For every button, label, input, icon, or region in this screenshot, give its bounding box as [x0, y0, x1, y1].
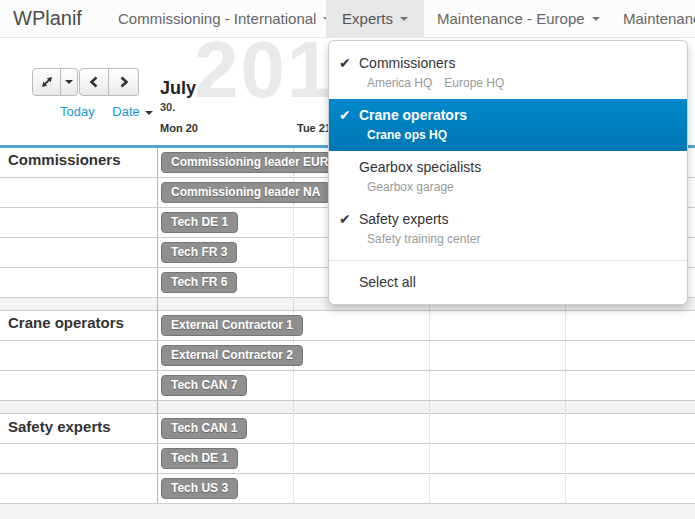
date-link[interactable]: Date — [112, 104, 152, 119]
previous-button[interactable] — [79, 68, 109, 96]
week-number: 30. — [160, 101, 175, 113]
table-row[interactable]: Tech CAN 7 — [0, 371, 695, 401]
resource-bar[interactable]: Tech DE 1 — [161, 448, 238, 469]
nav-item-maintenance-2[interactable]: Maintenance - — [609, 0, 695, 37]
grid-footer-strip — [0, 504, 695, 519]
resource-bar[interactable]: External Contractor 1 — [161, 315, 303, 336]
menu-item-label: Crane operators — [359, 105, 467, 125]
resource-bar[interactable]: External Contractor 2 — [161, 345, 303, 366]
group-label-commissioners: Commissioners — [8, 151, 121, 168]
day-header-tue-21: Tue 21 — [297, 122, 331, 134]
menu-item-select-all[interactable]: ✔ Select all — [329, 266, 687, 300]
site-label: America HQ — [367, 76, 432, 90]
prev-next-button-group — [79, 68, 139, 96]
resource-bar[interactable]: Commissioning leader EUR — [161, 152, 338, 173]
nav-item-maintenance-europe[interactable]: Maintenance - Europe — [423, 0, 614, 37]
menu-item-label: Gearbox specialists — [359, 157, 481, 177]
site-label: Europe HQ — [444, 76, 504, 90]
month-title: July — [160, 78, 196, 99]
nav-item-label: Commissioning - International — [118, 10, 316, 27]
quick-nav-links: Today Date — [60, 104, 153, 119]
next-button[interactable] — [109, 68, 139, 96]
check-icon: ✔ — [329, 105, 359, 125]
zoom-dropdown-button[interactable] — [61, 68, 78, 96]
nav-item-label: Maintenance - — [623, 10, 695, 27]
nav-item-commissioning-international[interactable]: Commissioning - International — [104, 0, 345, 37]
menu-divider — [329, 260, 687, 261]
resource-bar[interactable]: Tech CAN 1 — [161, 418, 247, 439]
chevron-down-icon — [400, 17, 408, 21]
nav-item-label: Maintenance - Europe — [437, 10, 585, 27]
chevron-down-icon — [592, 17, 600, 21]
date-link-label: Date — [112, 104, 139, 119]
table-row[interactable]: Tech DE 1 — [0, 444, 695, 474]
app-brand[interactable]: WPlanif — [13, 0, 82, 37]
menu-item-sites: America HQEurope HQ — [367, 75, 687, 91]
menu-item-safety-experts[interactable]: ✔ Safety experts Safety training center — [329, 203, 687, 255]
experts-dropdown-menu: ✔ Commissioners America HQEurope HQ ✔ Cr… — [328, 40, 688, 305]
resource-bar[interactable]: Tech CAN 7 — [161, 375, 247, 396]
resource-bar[interactable]: Tech FR 3 — [161, 242, 237, 263]
group-label-crane-operators: Crane operators — [8, 314, 124, 331]
top-navbar: WPlanif Commissioning - International Ex… — [0, 0, 695, 38]
menu-item-sites: Safety training center — [367, 231, 687, 247]
menu-item-label: Select all — [359, 272, 416, 292]
day-header-mon-20: Mon 20 — [160, 122, 198, 134]
resource-bar[interactable]: Tech FR 6 — [161, 272, 237, 293]
chevron-right-icon — [118, 75, 130, 89]
chevron-left-icon — [88, 75, 100, 89]
check-icon: ✔ — [329, 53, 359, 73]
group-label-safety-experts: Safety experts — [8, 418, 111, 435]
today-link[interactable]: Today — [60, 104, 95, 119]
zoom-button-group — [32, 68, 78, 96]
check-icon: ✔ — [329, 209, 359, 229]
site-label: Crane ops HQ — [367, 128, 447, 142]
table-row[interactable]: External Contractor 2 — [0, 341, 695, 371]
menu-item-crane-operators[interactable]: ✔ Crane operators Crane ops HQ — [329, 99, 687, 151]
group-separator — [0, 401, 695, 414]
site-label: Safety training center — [367, 232, 480, 246]
site-label: Gearbox garage — [367, 180, 454, 194]
diagonal-resize-button[interactable] — [32, 68, 61, 96]
nav-item-label: Experts — [342, 10, 393, 27]
nav-item-experts[interactable]: Experts — [326, 0, 424, 37]
resource-bar[interactable]: Commissioning leader NA — [161, 182, 330, 203]
resource-bar[interactable]: Tech DE 1 — [161, 212, 238, 233]
menu-item-gearbox-specialists[interactable]: ✔ Gearbox specialists Gearbox garage — [329, 151, 687, 203]
menu-item-label: Commissioners — [359, 53, 455, 73]
table-row[interactable]: Tech US 3 — [0, 474, 695, 504]
menu-item-sites: Crane ops HQ — [367, 127, 687, 143]
menu-item-label: Safety experts — [359, 209, 449, 229]
menu-item-commissioners[interactable]: ✔ Commissioners America HQEurope HQ — [329, 47, 687, 99]
menu-item-sites: Gearbox garage — [367, 179, 687, 195]
caret-down-icon — [145, 111, 153, 115]
caret-down-icon — [65, 80, 73, 84]
diagonal-resize-icon — [40, 75, 54, 89]
resource-bar[interactable]: Tech US 3 — [161, 478, 238, 499]
